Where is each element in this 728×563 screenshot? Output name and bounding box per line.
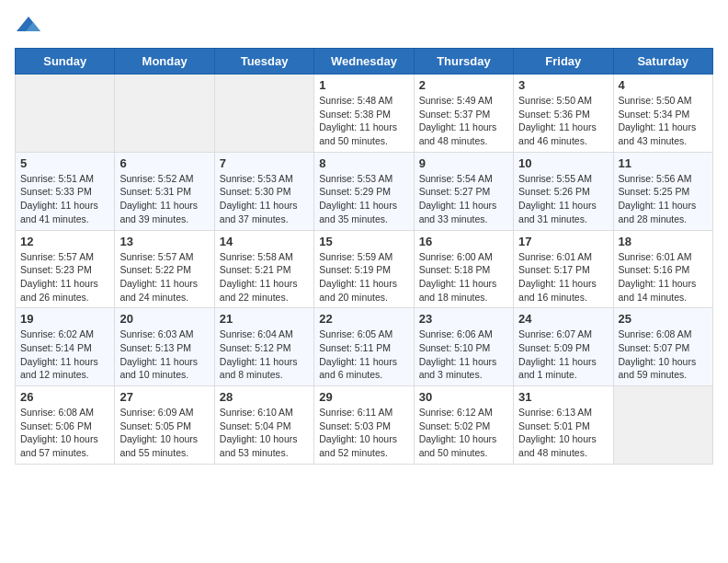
day-number: 30 — [419, 390, 508, 404]
calendar-cell: 19Sunrise: 6:02 AM Sunset: 5:14 PM Dayli… — [16, 308, 115, 386]
day-number: 12 — [20, 235, 109, 248]
day-number: 16 — [419, 235, 508, 248]
day-info: Sunrise: 6:00 AM Sunset: 5:18 PM Dayligh… — [419, 250, 508, 304]
day-number: 15 — [319, 235, 408, 248]
day-info: Sunrise: 5:55 AM Sunset: 5:26 PM Dayligh… — [518, 172, 608, 226]
day-info: Sunrise: 6:08 AM Sunset: 5:07 PM Dayligh… — [619, 327, 708, 382]
day-info: Sunrise: 6:05 AM Sunset: 5:11 PM Dayligh… — [319, 327, 408, 382]
calendar-cell: 30Sunrise: 6:12 AM Sunset: 5:02 PM Dayli… — [414, 386, 513, 465]
day-info: Sunrise: 5:50 AM Sunset: 5:36 PM Dayligh… — [518, 94, 608, 148]
day-number: 7 — [220, 156, 309, 170]
calendar-cell: 1Sunrise: 5:48 AM Sunset: 5:38 PM Daylig… — [314, 75, 414, 153]
calendar-cell — [16, 75, 115, 153]
day-number: 9 — [419, 156, 508, 170]
day-info: Sunrise: 6:10 AM Sunset: 5:04 PM Dayligh… — [220, 406, 309, 460]
calendar-cell: 5Sunrise: 5:51 AM Sunset: 5:33 PM Daylig… — [16, 152, 115, 230]
day-number: 27 — [119, 390, 209, 404]
calendar-cell: 21Sunrise: 6:04 AM Sunset: 5:12 PM Dayli… — [214, 308, 313, 386]
calendar-cell: 22Sunrise: 6:05 AM Sunset: 5:11 PM Dayli… — [314, 308, 414, 386]
day-number: 22 — [319, 312, 408, 326]
day-number: 1 — [319, 78, 408, 92]
day-info: Sunrise: 6:07 AM Sunset: 5:09 PM Dayligh… — [518, 327, 608, 382]
calendar-cell: 29Sunrise: 6:11 AM Sunset: 5:03 PM Dayli… — [314, 386, 414, 465]
calendar-cell — [613, 386, 712, 465]
calendar-cell: 17Sunrise: 6:01 AM Sunset: 5:17 PM Dayli… — [514, 230, 613, 308]
day-number: 24 — [518, 312, 608, 326]
day-info: Sunrise: 5:51 AM Sunset: 5:33 PM Dayligh… — [20, 172, 109, 226]
calendar-cell: 13Sunrise: 5:57 AM Sunset: 5:22 PM Dayli… — [115, 230, 214, 308]
day-info: Sunrise: 5:53 AM Sunset: 5:29 PM Dayligh… — [319, 172, 408, 226]
day-info: Sunrise: 5:53 AM Sunset: 5:30 PM Dayligh… — [220, 172, 309, 226]
calendar-week-row: 5Sunrise: 5:51 AM Sunset: 5:33 PM Daylig… — [16, 152, 713, 230]
weekday-header-sunday: Sunday — [16, 49, 115, 75]
calendar-cell: 2Sunrise: 5:49 AM Sunset: 5:37 PM Daylig… — [414, 75, 513, 153]
day-info: Sunrise: 5:48 AM Sunset: 5:38 PM Dayligh… — [319, 94, 408, 148]
calendar-cell: 18Sunrise: 6:01 AM Sunset: 5:16 PM Dayli… — [613, 230, 712, 308]
calendar-cell: 16Sunrise: 6:00 AM Sunset: 5:18 PM Dayli… — [414, 230, 513, 308]
calendar-cell: 6Sunrise: 5:52 AM Sunset: 5:31 PM Daylig… — [115, 152, 214, 230]
day-number: 10 — [518, 156, 608, 170]
day-info: Sunrise: 6:11 AM Sunset: 5:03 PM Dayligh… — [319, 406, 408, 460]
calendar-cell: 25Sunrise: 6:08 AM Sunset: 5:07 PM Dayli… — [613, 308, 712, 386]
day-info: Sunrise: 6:09 AM Sunset: 5:05 PM Dayligh… — [119, 406, 209, 460]
day-info: Sunrise: 6:12 AM Sunset: 5:02 PM Dayligh… — [419, 406, 508, 460]
day-number: 20 — [119, 312, 209, 326]
day-info: Sunrise: 6:04 AM Sunset: 5:12 PM Dayligh… — [220, 327, 309, 382]
day-number: 13 — [119, 235, 209, 248]
day-info: Sunrise: 6:13 AM Sunset: 5:01 PM Dayligh… — [518, 406, 608, 460]
day-number: 2 — [419, 78, 508, 92]
day-number: 21 — [220, 312, 309, 326]
day-number: 18 — [619, 235, 708, 248]
day-number: 19 — [20, 312, 109, 326]
weekday-header-wednesday: Wednesday — [314, 49, 414, 75]
calendar-week-row: 26Sunrise: 6:08 AM Sunset: 5:06 PM Dayli… — [16, 386, 713, 465]
day-info: Sunrise: 5:54 AM Sunset: 5:27 PM Dayligh… — [419, 172, 508, 226]
day-number: 11 — [619, 156, 708, 170]
day-number: 14 — [220, 235, 309, 248]
calendar-table: SundayMondayTuesdayWednesdayThursdayFrid… — [15, 48, 713, 465]
calendar-cell: 15Sunrise: 5:59 AM Sunset: 5:19 PM Dayli… — [314, 230, 414, 308]
day-number: 23 — [419, 312, 508, 326]
day-info: Sunrise: 5:56 AM Sunset: 5:25 PM Dayligh… — [619, 172, 708, 226]
weekday-header-tuesday: Tuesday — [214, 49, 313, 75]
calendar-cell: 26Sunrise: 6:08 AM Sunset: 5:06 PM Dayli… — [16, 386, 115, 465]
weekday-header-monday: Monday — [115, 49, 214, 75]
day-info: Sunrise: 6:01 AM Sunset: 5:17 PM Dayligh… — [518, 250, 608, 304]
day-number: 5 — [20, 156, 109, 170]
day-info: Sunrise: 5:50 AM Sunset: 5:34 PM Dayligh… — [619, 94, 708, 148]
calendar-cell: 27Sunrise: 6:09 AM Sunset: 5:05 PM Dayli… — [115, 386, 214, 465]
calendar-cell: 9Sunrise: 5:54 AM Sunset: 5:27 PM Daylig… — [414, 152, 513, 230]
day-number: 25 — [619, 312, 708, 326]
day-info: Sunrise: 6:03 AM Sunset: 5:13 PM Dayligh… — [119, 327, 209, 382]
calendar-cell — [214, 75, 313, 153]
calendar-cell: 8Sunrise: 5:53 AM Sunset: 5:29 PM Daylig… — [314, 152, 414, 230]
weekday-header-thursday: Thursday — [414, 49, 513, 75]
calendar-cell: 31Sunrise: 6:13 AM Sunset: 5:01 PM Dayli… — [514, 386, 613, 465]
logo — [15, 15, 46, 37]
logo-icon — [15, 15, 42, 37]
calendar-cell: 12Sunrise: 5:57 AM Sunset: 5:23 PM Dayli… — [16, 230, 115, 308]
day-info: Sunrise: 5:57 AM Sunset: 5:23 PM Dayligh… — [20, 250, 109, 304]
calendar-cell: 28Sunrise: 6:10 AM Sunset: 5:04 PM Dayli… — [214, 386, 313, 465]
calendar-week-row: 12Sunrise: 5:57 AM Sunset: 5:23 PM Dayli… — [16, 230, 713, 308]
day-number: 4 — [619, 78, 708, 92]
day-info: Sunrise: 5:49 AM Sunset: 5:37 PM Dayligh… — [419, 94, 508, 148]
weekday-header-friday: Friday — [514, 49, 613, 75]
day-number: 3 — [518, 78, 608, 92]
calendar-body: 1Sunrise: 5:48 AM Sunset: 5:38 PM Daylig… — [16, 75, 713, 465]
day-number: 28 — [220, 390, 309, 404]
calendar-cell — [115, 75, 214, 153]
day-number: 17 — [518, 235, 608, 248]
calendar-cell: 23Sunrise: 6:06 AM Sunset: 5:10 PM Dayli… — [414, 308, 513, 386]
calendar-cell: 20Sunrise: 6:03 AM Sunset: 5:13 PM Dayli… — [115, 308, 214, 386]
day-info: Sunrise: 5:52 AM Sunset: 5:31 PM Dayligh… — [119, 172, 209, 226]
calendar-cell: 7Sunrise: 5:53 AM Sunset: 5:30 PM Daylig… — [214, 152, 313, 230]
day-info: Sunrise: 5:59 AM Sunset: 5:19 PM Dayligh… — [319, 250, 408, 304]
day-number: 29 — [319, 390, 408, 404]
page-header — [15, 15, 713, 37]
day-number: 6 — [119, 156, 209, 170]
day-number: 31 — [518, 390, 608, 404]
day-info: Sunrise: 6:01 AM Sunset: 5:16 PM Dayligh… — [619, 250, 708, 304]
day-info: Sunrise: 5:58 AM Sunset: 5:21 PM Dayligh… — [220, 250, 309, 304]
calendar-week-row: 19Sunrise: 6:02 AM Sunset: 5:14 PM Dayli… — [16, 308, 713, 386]
